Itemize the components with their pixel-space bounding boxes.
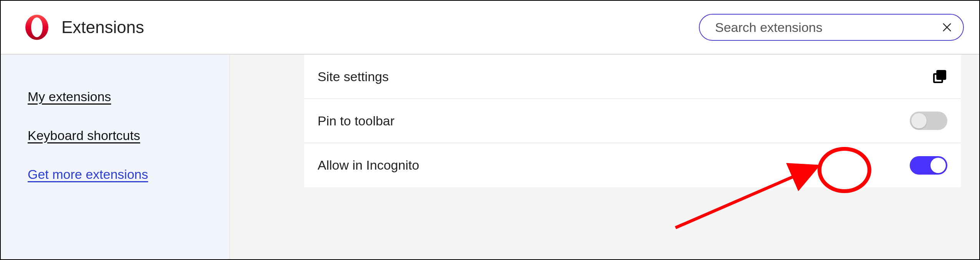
sidebar: My extensions Keyboard shortcuts Get mor… [1,55,230,259]
row-label-site-settings: Site settings [318,69,389,84]
clear-icon[interactable] [942,22,952,33]
row-label-pin-to-toolbar: Pin to toolbar [318,113,394,128]
toggle-knob [911,113,927,128]
search-input[interactable] [715,20,942,35]
header: Extensions [1,1,979,55]
sidebar-item-my-extensions[interactable]: My extensions [28,89,111,104]
external-link-icon [932,69,947,84]
toggle-allow-incognito[interactable] [910,156,947,175]
settings-panel: Site settings Pin to toolbar Allow in In… [304,55,961,187]
main-area: Site settings Pin to toolbar Allow in In… [230,55,979,259]
sidebar-item-get-more-extensions[interactable]: Get more extensions [28,167,148,182]
row-pin-to-toolbar: Pin to toolbar [304,99,961,143]
opera-logo-icon [24,14,50,40]
row-allow-incognito: Allow in Incognito [304,143,961,187]
content: My extensions Keyboard shortcuts Get mor… [1,55,979,259]
sidebar-item-keyboard-shortcuts[interactable]: Keyboard shortcuts [28,128,140,143]
row-site-settings[interactable]: Site settings [304,55,961,99]
toggle-pin-to-toolbar[interactable] [910,112,947,130]
svg-rect-5 [937,71,945,79]
logo-wrap: Extensions [24,14,144,40]
search-box[interactable] [699,14,964,41]
row-label-allow-incognito: Allow in Incognito [318,158,419,173]
toggle-knob [930,158,946,173]
page-title: Extensions [61,18,144,37]
svg-point-1 [31,17,43,37]
